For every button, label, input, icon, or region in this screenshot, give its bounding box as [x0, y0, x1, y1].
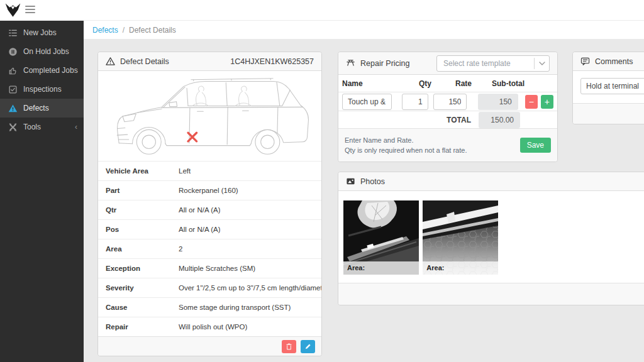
breadcrumb-separator: / — [123, 26, 125, 35]
detail-value: All or N/A (A) — [179, 226, 220, 233]
detail-label: Vehicle Area — [106, 167, 179, 175]
comments-body — [573, 71, 644, 103]
repair-pricing-footer: Enter Name and Rate. Qty is only require… — [338, 128, 557, 162]
detail-row: Qtr All or N/A (A) — [98, 200, 321, 219]
edit-defect-button[interactable] — [301, 340, 315, 353]
checkbox-icon — [8, 85, 18, 94]
defect-details-header: Defect Details 1C4HJXEN1KW625357 — [98, 52, 321, 71]
pricing-icon — [346, 58, 355, 68]
breadcrumb-link-defects[interactable]: Defects — [92, 26, 118, 35]
sidebar-item-label: Completed Jobs — [23, 66, 78, 75]
pricing-hint-line2: Qty is only required when not a flat rat… — [345, 145, 467, 155]
card-title: Repair Pricing — [360, 59, 410, 68]
card-title: Defect Details — [120, 57, 169, 66]
rate-template-select[interactable]: Select rate template — [436, 55, 550, 72]
rate-template-placeholder: Select rate template — [437, 59, 534, 68]
trash-icon — [285, 343, 293, 351]
detail-value: Some stage during transport (SST) — [179, 304, 291, 311]
breadcrumb: Defects / Defect Details — [84, 21, 644, 39]
warning-icon — [8, 104, 18, 113]
detail-row: Area 2 — [98, 239, 321, 258]
line-name-input[interactable] — [342, 94, 392, 110]
detail-row: Pos All or N/A (A) — [98, 219, 321, 239]
column-header-rate: Rate — [436, 79, 472, 88]
detail-value: Rockerpanel (160) — [179, 187, 238, 194]
sidebar-item-on-hold-jobs[interactable]: On Hold Jobs — [0, 42, 84, 61]
top-bar — [0, 0, 644, 21]
comments-header: Comments — [573, 52, 644, 71]
pause-icon — [8, 47, 18, 57]
pricing-hints: Enter Name and Rate. Qty is only require… — [345, 135, 467, 155]
photos-card: Photos Area: — [338, 172, 644, 305]
repair-pricing-card: Repair Pricing Select rate template Name… — [338, 52, 558, 162]
pricing-total-row: TOTAL 150.00 — [338, 111, 557, 128]
defect-photo-2[interactable]: Area: — [423, 200, 498, 275]
sidebar-item-label: Inspections — [23, 85, 62, 94]
photos-header: Photos — [338, 172, 644, 191]
detail-row: Cause Some stage during transport (SST) — [98, 297, 321, 317]
detail-row: Repair Will polish out (WPO) — [98, 317, 321, 336]
detail-row: Exception Multiple Scratches (SM) — [98, 258, 321, 278]
add-line-button[interactable]: + — [541, 95, 553, 109]
column-header-subtotal: Sub-total — [483, 79, 525, 88]
detail-value: All or N/A (A) — [179, 206, 220, 214]
pencil-icon — [304, 343, 312, 350]
delete-defect-button[interactable] — [282, 340, 296, 353]
sidebar-item-new-jobs[interactable]: New Jobs — [0, 23, 84, 42]
sidebar-item-tools[interactable]: Tools ‹ — [0, 118, 84, 136]
column-header-qty: Qty — [404, 79, 431, 88]
chevron-down-icon — [539, 62, 545, 65]
sidebar-item-label: Defects — [23, 104, 49, 112]
detail-label: Area — [106, 245, 179, 253]
remove-line-button[interactable]: − — [525, 95, 538, 109]
detail-value: 2 — [179, 245, 182, 253]
vin-number: 1C4HJXEN1KW625357 — [230, 57, 314, 66]
comments-footer — [573, 103, 644, 124]
total-value-field: 150.00 — [479, 112, 520, 128]
warning-outline-icon — [106, 57, 115, 66]
detail-value: Will polish out (WPO) — [179, 323, 247, 331]
defect-photo-1[interactable]: Area: — [343, 200, 419, 275]
defect-details-card: Defect Details 1C4HJXEN1KW625357 — [97, 52, 322, 356]
comment-icon — [580, 57, 590, 66]
card-title: Comments — [595, 57, 633, 66]
detail-label: Repair — [106, 323, 179, 331]
detail-row: Vehicle Area Left — [98, 161, 321, 180]
brand-logo[interactable] — [4, 2, 21, 19]
detail-label: Severity — [106, 284, 179, 292]
breadcrumb-current: Defect Details — [129, 26, 176, 35]
app-window: New Jobs On Hold Jobs Completed Jobs Ins… — [0, 0, 644, 362]
photos-body: Area: — [338, 191, 644, 283]
total-label: TOTAL — [447, 116, 471, 124]
detail-label: Pos — [106, 226, 179, 233]
detail-label: Qtr — [106, 206, 179, 214]
thumbs-up-icon — [8, 66, 18, 75]
save-button[interactable]: Save — [520, 138, 551, 153]
line-qty-input[interactable] — [402, 94, 428, 110]
defect-details-footer — [98, 336, 321, 356]
line-rate-input[interactable] — [433, 94, 467, 110]
tools-icon — [8, 123, 18, 132]
sidebar: New Jobs On Hold Jobs Completed Jobs Ins… — [0, 21, 84, 362]
menu-toggle-icon[interactable] — [25, 6, 35, 14]
detail-label: Part — [106, 187, 179, 194]
detail-row: Part Rockerpanel (160) — [98, 180, 321, 200]
photos-footer — [338, 283, 644, 305]
detail-value: Left — [179, 167, 191, 175]
brand-logo-icon — [4, 2, 21, 19]
pricing-hint-line1: Enter Name and Rate. — [345, 135, 467, 145]
sidebar-item-completed-jobs[interactable]: Completed Jobs — [0, 61, 84, 80]
sidebar-item-label: Tools — [23, 123, 41, 131]
sidebar-item-inspections[interactable]: Inspections — [0, 80, 84, 99]
detail-row: Severity Over 1"/2,5 cm up to 3"/7,5 cm … — [98, 278, 321, 297]
detail-label: Cause — [106, 304, 179, 311]
card-title: Photos — [360, 177, 385, 186]
sidebar-item-defects[interactable]: Defects — [0, 99, 84, 118]
detail-value: Multiple Scratches (SM) — [179, 265, 255, 272]
detail-value: Over 1"/2,5 cm up to 3"/7,5 cm length/di… — [179, 284, 321, 292]
pricing-column-headers: Name Qty Rate Sub-total — [338, 75, 557, 92]
pricing-line-item: 150 − + — [338, 92, 557, 111]
vehicle-diagram — [98, 71, 321, 161]
comment-input[interactable] — [580, 78, 644, 94]
line-subtotal-field: 150 — [478, 94, 518, 110]
